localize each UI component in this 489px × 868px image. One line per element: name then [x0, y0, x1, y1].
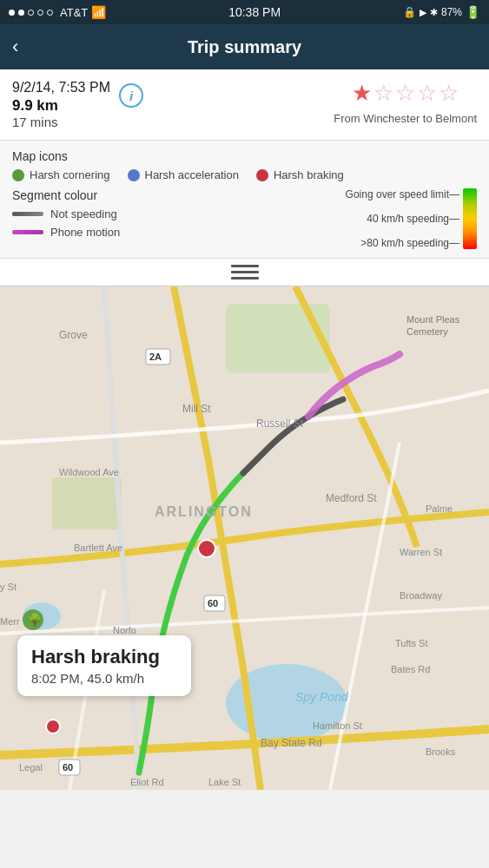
- signal-dot-5: [47, 10, 53, 16]
- lock-icon: 🔒: [403, 6, 416, 18]
- trip-meta: 9/2/14, 7:53 PM 9.9 km 17 mins: [12, 80, 110, 129]
- svg-text:y St: y St: [0, 582, 17, 592]
- status-left: AT&T 📶: [9, 5, 106, 19]
- seg-not-speeding: Not speeding: [12, 207, 346, 220]
- svg-text:Palme: Palme: [426, 503, 453, 514]
- svg-text:60: 60: [63, 762, 73, 773]
- speed-label-1: 40 km/h speeding—: [346, 213, 459, 225]
- trip-route: From Winchester to Belmont: [334, 112, 477, 125]
- svg-text:60: 60: [208, 598, 218, 608]
- signal-dot-4: [37, 10, 43, 16]
- svg-text:Grove: Grove: [59, 329, 88, 341]
- trip-date: 9/2/14, 7:53 PM: [12, 80, 110, 95]
- battery-label: 87%: [441, 6, 462, 18]
- speed-labels: Going over speed limit— 40 km/h speeding…: [346, 188, 459, 249]
- cornering-dot: [12, 169, 24, 181]
- trip-distance: 9.9 km: [12, 97, 110, 115]
- signal-dot-2: [18, 10, 24, 16]
- star-2: ☆: [373, 80, 393, 107]
- map-area[interactable]: Grove 2A Mill St Russell St ARLINGTON Me…: [0, 286, 489, 790]
- info-button[interactable]: i: [119, 83, 143, 108]
- svg-text:Eliot Rd: Eliot Rd: [130, 777, 164, 787]
- svg-text:2A: 2A: [149, 352, 162, 362]
- carrier-label: AT&T: [60, 6, 88, 19]
- acceleration-dot: [128, 169, 140, 181]
- expand-bar[interactable]: [0, 259, 489, 286]
- tooltip-title: Harsh braking: [31, 646, 177, 668]
- svg-text:Cemetery: Cemetery: [406, 326, 448, 337]
- star-rating: ★ ☆ ☆ ☆ ☆: [352, 80, 459, 107]
- acceleration-label: Harsh acceleration: [145, 168, 239, 181]
- star-4: ☆: [417, 80, 437, 107]
- svg-text:Bartlett Ave: Bartlett Ave: [74, 542, 122, 553]
- legend-colors-row: Segment colour Not speeding Phone motion…: [12, 188, 477, 249]
- svg-text:Hamilton St: Hamilton St: [313, 720, 362, 731]
- svg-text:ARLINGTON: ARLINGTON: [155, 504, 253, 519]
- svg-text:Russell St: Russell St: [256, 418, 304, 430]
- seg-colour-title: Segment colour: [12, 188, 346, 202]
- star-1: ★: [352, 80, 372, 107]
- speed-label-2: >80 km/h speeding—: [346, 237, 459, 249]
- speed-label-0: Going over speed limit—: [346, 188, 459, 201]
- battery-icon: 🔋: [466, 5, 480, 19]
- back-button[interactable]: ‹: [12, 36, 18, 58]
- braking-dot: [256, 169, 268, 181]
- bluetooth-icon: ✱: [430, 7, 438, 18]
- legend-item-acceleration: Harsh acceleration: [128, 168, 239, 181]
- speed-legend: Going over speed limit— 40 km/h speeding…: [346, 188, 477, 249]
- location-icon: ▶: [420, 7, 426, 18]
- legend-item-cornering: Harsh cornering: [12, 168, 110, 181]
- star-3: ☆: [395, 80, 415, 107]
- legend-item-braking: Harsh braking: [256, 168, 344, 181]
- signal-dot-3: [28, 10, 34, 16]
- time-label: 10:38 PM: [228, 5, 281, 19]
- svg-text:Wildwood Ave: Wildwood Ave: [59, 467, 119, 477]
- hamburger-line-1: [231, 265, 259, 267]
- black-line: [12, 212, 43, 216]
- svg-text:🌳: 🌳: [27, 613, 43, 628]
- not-speeding-label: Not speeding: [50, 207, 117, 220]
- map-svg: Grove 2A Mill St Russell St ARLINGTON Me…: [0, 286, 489, 790]
- trip-duration: 17 mins: [12, 115, 110, 129]
- red-marker: [45, 719, 61, 734]
- svg-text:Spy Pond: Spy Pond: [295, 690, 349, 704]
- header: ‹ Trip summary: [0, 24, 489, 69]
- svg-text:Mount Pleas: Mount Pleas: [406, 314, 460, 325]
- page-title: Trip summary: [188, 37, 301, 57]
- cornering-label: Harsh cornering: [30, 168, 110, 181]
- map-tooltip: Harsh braking 8:02 PM, 45.0 km/h: [17, 635, 191, 696]
- svg-text:Mill St: Mill St: [182, 403, 211, 415]
- hamburger-line-2: [231, 271, 259, 273]
- svg-text:Medford St: Medford St: [326, 492, 377, 504]
- status-right: 🔒 ▶ ✱ 87% 🔋: [403, 5, 480, 19]
- hamburger-line-3: [231, 277, 259, 279]
- svg-text:Merr: Merr: [0, 616, 20, 627]
- speed-gradient-bar: [463, 188, 477, 249]
- svg-text:Norfo: Norfo: [113, 625, 136, 635]
- purple-line: [12, 230, 43, 234]
- braking-label: Harsh braking: [274, 168, 344, 181]
- svg-point-35: [198, 540, 215, 557]
- status-bar: AT&T 📶 10:38 PM 🔒 ▶ ✱ 87% 🔋: [0, 0, 489, 24]
- speed-bar: Going over speed limit— 40 km/h speeding…: [346, 188, 477, 249]
- map-icons-title: Map icons: [12, 149, 477, 163]
- svg-text:Broadway: Broadway: [400, 590, 442, 601]
- trip-info-panel: 9/2/14, 7:53 PM 9.9 km 17 mins i ★ ☆ ☆ ☆…: [0, 69, 489, 141]
- hamburger-icon: [231, 265, 259, 279]
- svg-text:Tufts St: Tufts St: [395, 638, 428, 648]
- legend-panel: Map icons Harsh cornering Harsh accelera…: [0, 141, 489, 259]
- svg-text:Bates Rd: Bates Rd: [391, 664, 430, 674]
- signal-dot-1: [9, 10, 15, 16]
- seg-phone-motion: Phone motion: [12, 226, 346, 239]
- svg-rect-4: [52, 477, 122, 529]
- svg-text:Bay State Rd: Bay State Rd: [261, 737, 322, 749]
- tooltip-detail: 8:02 PM, 45.0 km/h: [31, 671, 177, 686]
- wifi-icon: 📶: [91, 5, 106, 19]
- svg-text:Legal: Legal: [19, 762, 43, 773]
- svg-text:Lake St: Lake St: [208, 777, 241, 787]
- svg-rect-3: [226, 304, 330, 373]
- phone-motion-label: Phone motion: [50, 226, 120, 239]
- map-icons-row: Harsh cornering Harsh acceleration Harsh…: [12, 168, 477, 181]
- segment-legend: Not speeding Phone motion: [12, 207, 346, 239]
- svg-text:Warren St: Warren St: [400, 547, 442, 557]
